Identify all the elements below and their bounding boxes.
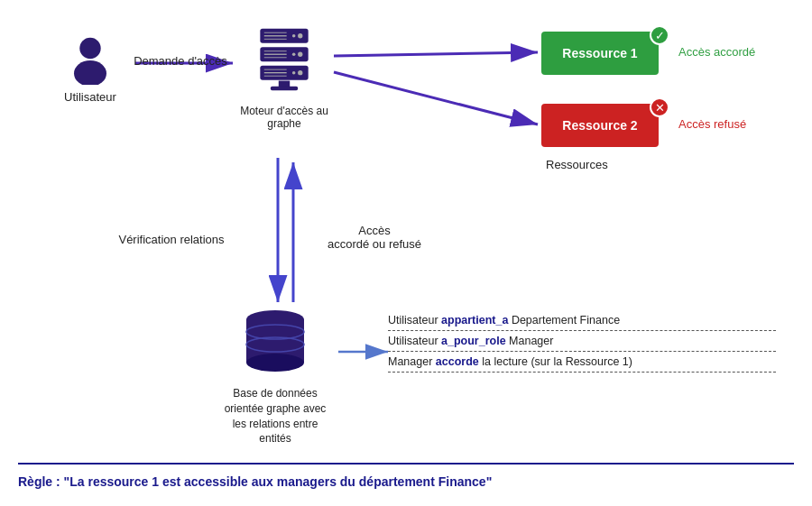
server-icon [253,27,316,99]
request-label: Demande d'accès [131,54,230,68]
relation-3-prefix: Manager [388,355,436,368]
relation-3-suffix: la lecture (sur la Ressource 1) [482,355,632,368]
bottom-rule: Règle : "La ressource 1 est accessible a… [18,463,794,490]
rule-text: Règle : "La ressource 1 est accessible a… [18,474,492,489]
access-decision-label: Accès accordé ou refusé [325,224,424,251]
user-icon [66,36,115,85]
svg-point-19 [298,52,302,57]
relation-2-suffix: Manager [509,335,553,347]
svg-point-11 [74,60,106,85]
engine-label: Moteur d'accès au graphe [235,105,334,130]
relation-1-keyword: appartient_a [441,314,508,327]
access-granted-label: Accès accordé [678,45,755,59]
user-label: Utilisateur [64,90,116,104]
svg-point-25 [298,70,302,75]
relation-line-2: Utilisateur a_pour_role Manager [388,335,776,352]
access-refused-label: Accès refusé [678,117,746,131]
svg-point-26 [292,71,296,75]
relation-line-1: Utilisateur appartient_a Departement Fin… [388,314,776,331]
svg-rect-31 [271,87,298,90]
resource-2-box: Ressource 2 [541,104,659,147]
relation-1-suffix: Departement Finance [512,314,620,327]
engine-block: Moteur d'accès au graphe [235,27,334,130]
db-block: Base de données orientée graphe avec les… [217,307,334,446]
relation-2-keyword: a_pour_role [441,335,506,347]
svg-point-13 [298,33,302,38]
relation-box: Utilisateur appartient_a Departement Fin… [388,314,776,376]
user-block: Utilisateur [50,36,131,104]
svg-point-14 [292,34,296,38]
relation-line-3: Manager accorde la lecture (sur la Resso… [388,355,776,373]
svg-point-10 [79,38,100,59]
resources-label: Ressources [546,158,608,171]
relation-2-prefix: Utilisateur [388,335,441,347]
relation-1-prefix: Utilisateur [388,314,441,327]
svg-point-34 [246,354,304,372]
resource1-check-icon: ✓ [650,25,669,45]
svg-rect-30 [279,81,290,87]
relation-3-keyword: accorde [436,355,479,368]
resource-1-box: Ressource 1 [541,32,659,75]
verification-label: Vérification relations [108,233,235,246]
svg-line-7 [334,72,538,124]
svg-line-6 [334,52,538,56]
db-label: Base de données orientée graphe avec les… [217,386,334,446]
svg-point-20 [292,52,296,56]
db-icon [239,307,311,379]
resource2-x-icon: ✕ [650,97,669,117]
diagram-container: Utilisateur Demande d'accès [0,0,812,506]
